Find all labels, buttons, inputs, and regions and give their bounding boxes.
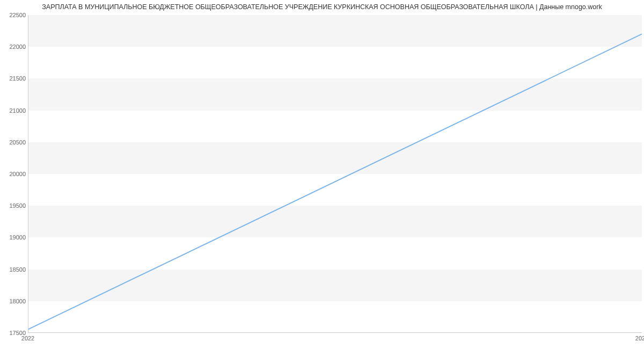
y-tick-label: 22500 <box>4 12 26 18</box>
y-tick-label: 18500 <box>4 266 26 273</box>
chart-title: ЗАРПЛАТА В МУНИЦИПАЛЬНОЕ БЮДЖЕТНОЕ ОБЩЕО… <box>0 3 644 11</box>
y-tick-label: 19500 <box>4 202 26 209</box>
plot-area <box>28 15 642 333</box>
y-tick-label: 21000 <box>4 107 26 114</box>
x-tick-label: 2022 <box>21 335 34 341</box>
y-tick-label: 19000 <box>4 234 26 241</box>
y-tick-label: 22000 <box>4 43 26 50</box>
y-tick-label: 20000 <box>4 171 26 177</box>
y-tick-label: 18000 <box>4 298 26 304</box>
y-tick-label: 21500 <box>4 75 26 82</box>
x-tick-label: 2024 <box>635 335 644 341</box>
data-line <box>28 15 642 332</box>
y-tick-label: 20500 <box>4 139 26 146</box>
